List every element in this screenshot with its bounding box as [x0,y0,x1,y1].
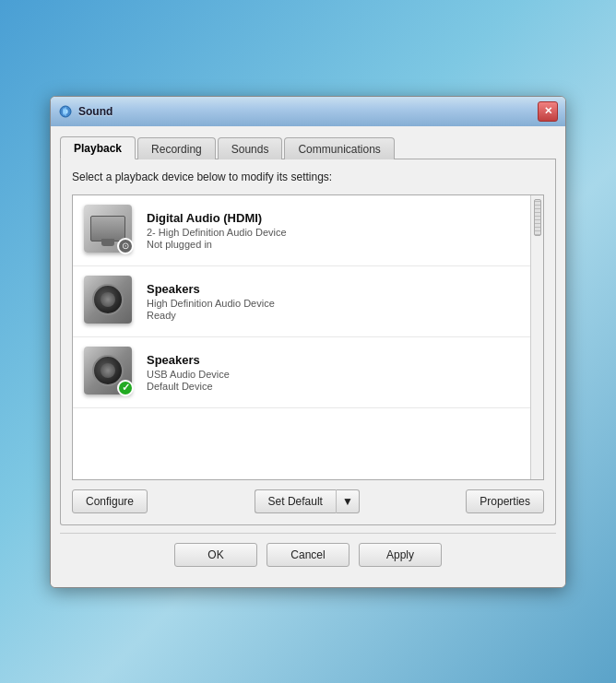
device-name-speakers-usb: Speakers [147,353,519,367]
device-name-speakers-hd: Speakers [147,282,519,296]
content-area: Select a playback device below to modify… [60,159,556,525]
instruction-text: Select a playback device below to modify… [72,171,544,183]
sound-dialog: Sound ✕ Playback Recording Sounds Commun… [50,96,566,588]
bottom-controls: Configure Set Default ▼ Properties [72,489,544,513]
footer: OK Cancel Apply [60,533,556,578]
close-button[interactable]: ✕ [538,101,558,122]
tab-bar: Playback Recording Sounds Communications [60,135,556,159]
tab-recording[interactable]: Recording [137,137,216,159]
device-info-speakers-hd: Speakers High Definition Audio Device Re… [147,282,519,321]
device-status-speakers-usb: Default Device [147,381,519,392]
device-item-speakers-hd[interactable]: Speakers High Definition Audio Device Re… [73,266,530,337]
ok-button[interactable]: OK [174,543,257,567]
default-device-badge: ✓ [117,380,134,396]
device-sub-speakers-usb: USB Audio Device [147,369,519,380]
device-info-hdmi: Digital Audio (HDMI) 2- High Definition … [147,211,519,250]
device-sub-hdmi: 2- High Definition Audio Device [147,227,519,238]
set-default-dropdown[interactable]: ▼ [336,489,360,513]
configure-button[interactable]: Configure [72,489,148,513]
set-default-button[interactable]: Set Default [255,489,336,513]
cancel-button[interactable]: Cancel [267,543,349,567]
set-default-group: Set Default ▼ [255,489,360,513]
scroll-grip[interactable] [534,199,541,236]
properties-button[interactable]: Properties [466,489,544,513]
device-list-inner: ⊙ Digital Audio (HDMI) 2- High Definitio… [73,195,530,408]
title-bar: Sound ✕ [51,97,565,126]
device-list[interactable]: ⊙ Digital Audio (HDMI) 2- High Definitio… [72,194,544,480]
device-status-hdmi: Not plugged in [147,239,519,250]
window-body: Playback Recording Sounds Communications… [51,126,565,587]
device-item-speakers-usb[interactable]: ✓ Speakers USB Audio Device Default Devi… [73,337,530,408]
device-status-speakers-hd: Ready [147,310,519,321]
device-sub-speakers-hd: High Definition Audio Device [147,298,519,309]
scrollbar[interactable] [530,195,543,479]
tab-playback[interactable]: Playback [60,136,136,159]
device-info-speakers-usb: Speakers USB Audio Device Default Device [147,353,519,392]
tab-communications[interactable]: Communications [284,137,394,159]
speaker-icon-hd [84,276,136,327]
notplug-badge: ⊙ [117,238,134,254]
device-name-hdmi: Digital Audio (HDMI) [147,211,519,225]
apply-button[interactable]: Apply [359,543,442,567]
speaker-icon-usb: ✓ [84,347,136,398]
hdmi-icon: ⊙ [84,205,136,256]
title-bar-left: Sound [58,104,113,119]
window-title: Sound [78,105,113,118]
device-item-hdmi[interactable]: ⊙ Digital Audio (HDMI) 2- High Definitio… [73,195,530,266]
sound-window-icon [58,104,73,119]
tab-sounds[interactable]: Sounds [218,137,283,159]
